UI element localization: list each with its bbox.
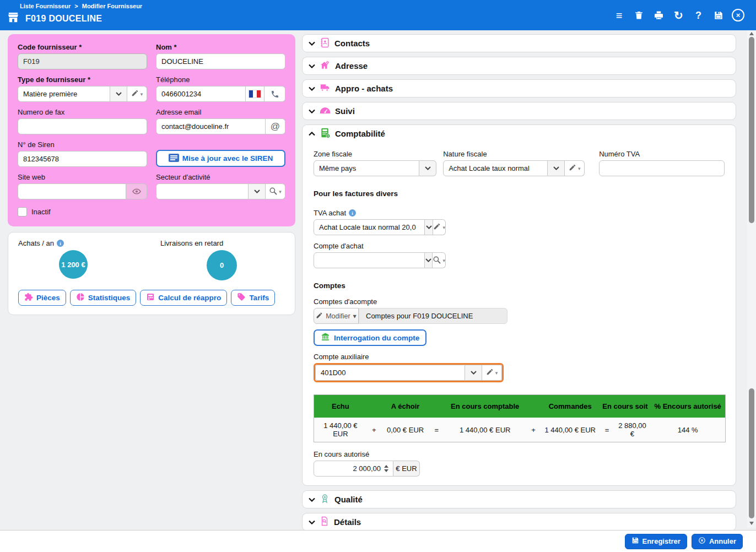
section-appro-achats-header[interactable]: Appro - achats [303, 80, 736, 97]
section-title: Suivi [335, 106, 355, 116]
page-title: F019 DOUCELINE [25, 14, 102, 24]
tva-achat-label: TVA achat [314, 209, 346, 217]
siren-label: N° de Siren [18, 140, 147, 149]
email-field[interactable]: contact@douceline.fr [156, 118, 266, 134]
breadcrumb-item[interactable]: Liste Fournisseur [20, 3, 71, 9]
edit-compte-auxiliaire-split-button[interactable]: ▾ [482, 365, 502, 381]
trash-icon[interactable] [632, 8, 646, 22]
help-icon[interactable]: ? [692, 8, 705, 22]
scroll-down-arrow[interactable] [749, 522, 754, 525]
edit-type-split-button[interactable]: ▾ [127, 86, 147, 102]
close-icon[interactable]: × [731, 8, 745, 22]
nature-fiscale-label: Nature fiscale [443, 150, 585, 158]
compte-auxiliaire-highlight: 401D00 ▾ [314, 363, 504, 382]
print-icon[interactable] [652, 8, 666, 22]
tva-achat-select[interactable]: Achat Locale taux normal 20,0 [314, 219, 425, 235]
statistiques-button[interactable]: Statistiques [70, 290, 137, 306]
siren-update-button[interactable]: Mise à jour avec le SIREN [156, 150, 285, 167]
en-cours-autorise-field[interactable]: 2 000,00 [314, 461, 393, 477]
save-button[interactable]: Enregistrer [625, 534, 687, 549]
operator: + [367, 418, 381, 442]
save-icon[interactable] [711, 8, 725, 22]
inactif-checkbox[interactable] [18, 207, 27, 217]
caret-down-icon: ▾ [279, 189, 282, 194]
chevron-down-icon[interactable] [465, 365, 482, 381]
col-pct-encours-autorise: % Encours autorisé [650, 395, 725, 418]
sync-icon[interactable]: ↻ [672, 8, 685, 22]
search-icon [433, 256, 441, 266]
caret-down-icon: ▾ [141, 91, 143, 97]
compte-achat-select[interactable] [314, 252, 425, 268]
vertical-scrollbar[interactable] [747, 30, 756, 528]
scrollbar-thumb[interactable] [749, 37, 754, 223]
col-en-cours-soit: En cours soit [600, 395, 651, 418]
menu-icon[interactable]: ≡ [612, 8, 626, 22]
compte-achat-search-split-button[interactable]: ▾ [433, 252, 446, 268]
pencil-icon [433, 223, 441, 232]
chevron-down-icon[interactable] [419, 160, 436, 176]
chevron-down-icon[interactable] [110, 86, 127, 102]
secteur-select[interactable] [156, 183, 249, 199]
en-cours-autorise-label: En cours autorisé [314, 450, 725, 458]
email-label: Adresse email [156, 108, 285, 116]
section-title: Détails [334, 517, 361, 527]
compte-achat-label: Compte d'achat [314, 242, 725, 250]
phone-icon[interactable] [264, 86, 285, 102]
numero-tva-label: Numéro TVA [599, 150, 725, 158]
section-qualite-header[interactable]: Qualité [303, 491, 736, 508]
eye-icon[interactable] [126, 183, 147, 199]
info-icon[interactable]: i [349, 209, 356, 217]
numero-tva-field[interactable] [599, 160, 725, 176]
zone-fiscale-select[interactable]: Même pays [314, 160, 419, 176]
fax-field[interactable] [18, 118, 147, 134]
section-suivi-header[interactable]: Suivi [303, 102, 736, 120]
comptabilite-content: Zone fiscale Même pays Nature fiscale Ac… [303, 149, 736, 485]
type-fournisseur-select[interactable]: Matière première [18, 86, 110, 102]
chevron-down-icon[interactable] [425, 219, 433, 235]
pencil-icon [486, 368, 494, 377]
telephone-field[interactable]: 0466001234 [156, 86, 246, 102]
modifier-dropdown-button[interactable]: Modifier ▾ [314, 308, 359, 324]
section-adresse-header[interactable]: Adresse [303, 57, 736, 74]
site-web-label: Site web [18, 173, 147, 181]
chevron-down-icon[interactable] [548, 160, 565, 176]
chevron-down-icon[interactable] [425, 252, 433, 268]
operator: = [429, 418, 444, 442]
section-title: Adresse [335, 61, 368, 71]
nature-fiscale-select[interactable]: Achat Locale taux normal [443, 160, 548, 176]
encours-table: Echu A échoir En cours comptable Command… [314, 394, 726, 442]
section-comptabilite-header[interactable]: Comptabilité [303, 125, 736, 142]
compte-auxiliaire-select[interactable]: 401D00 [315, 365, 465, 381]
section-title: Comptabilité [335, 129, 385, 138]
site-web-field[interactable] [18, 183, 126, 199]
edit-nature-split-button[interactable]: ▾ [565, 160, 585, 176]
siren-field[interactable]: 812345678 [18, 151, 147, 167]
section-contacts-header[interactable]: Contacts [303, 35, 736, 52]
breadcrumb-separator: > [74, 3, 78, 9]
currency-unit-button[interactable]: € EUR [393, 461, 420, 477]
comptes-heading: Comptes [314, 282, 725, 290]
at-icon[interactable]: @ [266, 118, 285, 134]
section-details-header[interactable]: Détails [303, 513, 736, 531]
secteur-search-split-button[interactable]: ▾ [266, 183, 285, 199]
bank-icon [321, 332, 330, 343]
close-icon [698, 537, 706, 546]
livraisons-retard-badge: 0 [207, 250, 237, 280]
save-icon [631, 537, 639, 546]
nom-field[interactable]: DOUCELINE [156, 53, 285, 69]
breadcrumb: Liste Fournisseur > Modifier Fournisseur [20, 3, 142, 9]
a-echoir-value: 0,00 € EUR [381, 418, 430, 442]
chevron-down-icon[interactable] [249, 183, 266, 199]
comptes-acompte-label: Comptes d'acompte [314, 297, 725, 306]
number-stepper[interactable] [381, 465, 392, 472]
info-icon[interactable]: i [57, 240, 64, 247]
cancel-button[interactable]: Annuler [692, 534, 743, 549]
edit-tva-achat-split-button[interactable]: ▾ [433, 219, 446, 235]
interrogation-compte-button[interactable]: Interrogation du compte [314, 329, 426, 346]
scrollbar-thumb[interactable] [749, 388, 754, 518]
scroll-up-arrow[interactable] [749, 32, 754, 35]
contacts-icon [320, 37, 330, 50]
tarifs-button[interactable]: Tarifs [231, 290, 275, 306]
calcul-reappro-button[interactable]: Calcul de réappro [140, 290, 227, 306]
pieces-button[interactable]: Pièces [18, 290, 66, 306]
